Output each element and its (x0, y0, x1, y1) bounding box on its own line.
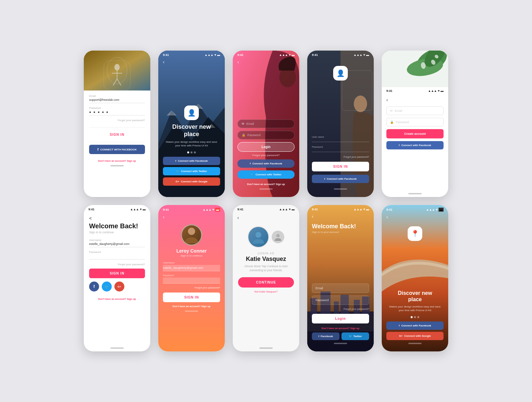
signal-icon: ▲▲▲ (279, 208, 288, 211)
welcome-title: Welcome Back! (312, 223, 369, 230)
facebook-button[interactable]: f (89, 282, 99, 292)
sign-in-button[interactable]: SIGN IN (163, 293, 220, 302)
signal-icon: ▲▲▲ (202, 208, 211, 211)
connect-twitter-button[interactable]: 🐦 Connect with Twitter (163, 167, 220, 175)
email-input[interactable]: ✉ Email (237, 119, 295, 128)
password-field[interactable] (89, 254, 145, 260)
signal-icon: ▲▲▲ (428, 89, 437, 93)
google-button[interactable]: G+ (114, 282, 124, 292)
back-button[interactable]: ‹ (163, 214, 220, 220)
lock-icon: 🔒 (390, 120, 394, 124)
forgot-password-link[interactable]: Forgot your password? (89, 263, 145, 266)
phone-7: 9:41 ▲▲▲ ▾ ▬ ‹ Leroy Conner Sign in to c… (158, 205, 225, 351)
status-time: 9:41 (237, 208, 243, 211)
connect-facebook-button[interactable]: f Connect with Facebook (386, 141, 444, 149)
username-input[interactable] (312, 139, 369, 142)
connect-facebook-button[interactable]: f CONNECT WITH FACEBOOK (89, 145, 145, 154)
svg-line-8 (117, 79, 121, 86)
back-button[interactable]: ‹ (386, 97, 444, 102)
username-label: User name (312, 135, 369, 138)
facebook-button[interactable]: f Facebook (312, 332, 339, 340)
connect-facebook-button[interactable]: f Connect with Facebook (386, 321, 444, 330)
sign-in-button[interactable]: SIGN IN (89, 269, 145, 278)
login-button[interactable]: Login (237, 142, 295, 152)
svg-rect-2 (104, 61, 130, 91)
divider (89, 142, 145, 142)
connect-google-button[interactable]: G+ Connect with Google (386, 332, 444, 340)
social-buttons: f Facebook 🐦 Twitter (312, 332, 369, 340)
dot-1 (411, 316, 413, 318)
user-name: Katie Vasquez (246, 256, 286, 263)
main-avatar (248, 226, 269, 248)
home-indicator-bar (110, 347, 124, 349)
wifi-icon: ▾ (212, 208, 214, 211)
password-dots: ● ● ● ● ● (89, 110, 145, 115)
connect-facebook-button[interactable]: f Connect with Facebook (237, 159, 295, 168)
username-label: Username (89, 239, 145, 242)
password-input[interactable]: 🔒 Password (237, 131, 295, 139)
facebook-icon: f (399, 144, 400, 147)
status-time: 9:41 (88, 208, 94, 211)
password-input[interactable]: 🔒 Password (386, 118, 444, 126)
twitter-button[interactable]: 🐦 Twitter (341, 332, 369, 340)
phone-6-form: < Welcome Back! Sign in to continue User… (84, 212, 150, 345)
forgot-password-link[interactable]: Forgot your password? (312, 307, 369, 310)
forgot-password-link[interactable]: Forgot your password? (237, 154, 295, 157)
forgot-password-link[interactable]: Forgot your password? (163, 286, 220, 289)
password-input[interactable] (312, 149, 369, 152)
phone-8-form: LOGIN AS Katie Vasquez Almost done! Tap … (233, 223, 299, 345)
connect-facebook-button[interactable]: f Connect with Facebook (312, 175, 369, 183)
username-input[interactable]: estelle_daugherty@gmail.com (163, 265, 220, 271)
continue-button[interactable]: CONTINUE (238, 277, 294, 288)
sign-in-button[interactable]: SIGN IN (312, 162, 369, 171)
phone-5-form: ‹ ✉ Email 🔒 Password Create account f Co… (382, 94, 448, 190)
password-input[interactable]: Password (312, 296, 369, 305)
discover-subtitle: Makes your design workflow easy and save… (386, 305, 444, 312)
forgot-password-link[interactable]: Forgot your password? (89, 119, 145, 122)
dot-2 (191, 151, 193, 153)
social-buttons: f Connect with Facebook 🐦 Connect with T… (163, 157, 220, 186)
status-time: 9:41 (386, 208, 392, 211)
home-indicator-bar (408, 193, 422, 194)
login-button[interactable]: Login (312, 314, 369, 323)
not-user-link[interactable]: Not Katie Vasquez? (254, 290, 278, 293)
signal-icon: ▲▲▲ (204, 53, 213, 57)
wifi-icon: ▾ (289, 208, 291, 211)
password-label: Password (89, 251, 145, 254)
connect-google-button[interactable]: G+ Connect with Google (163, 177, 220, 186)
forgot-password-link[interactable]: Forgot your password? (312, 155, 369, 158)
home-indicator-bar (259, 347, 273, 349)
home-indicator-bar (185, 310, 198, 312)
sign-in-button[interactable]: SIGN IN (89, 130, 145, 139)
dot-3 (194, 151, 196, 153)
username-label: Username (163, 261, 220, 264)
back-button[interactable]: ‹ (163, 59, 220, 65)
phone-1: Email support@freeslab.com Password ● ● … (84, 51, 150, 197)
battery-icon: ▬ (439, 208, 444, 212)
battery-icon: ▬ (143, 208, 146, 211)
back-button[interactable]: ‹ (237, 59, 295, 65)
status-time: 9:41 (312, 208, 318, 211)
back-button[interactable]: ‹ (386, 214, 444, 220)
email-input[interactable]: ✉ Email (386, 106, 444, 115)
password-input[interactable] (163, 278, 220, 284)
battery-icon: ▬ (292, 53, 295, 57)
connect-twitter-button[interactable]: 🐦 Connect with Twitter (237, 170, 295, 179)
connect-facebook-button[interactable]: f Connect with Facebook (163, 157, 220, 165)
signup-prompt: Don't have an account? Sign up (89, 159, 145, 162)
email-icon: ✉ (390, 109, 393, 112)
page-dots (386, 316, 444, 318)
facebook-icon: f (399, 324, 400, 327)
status-time: 9:41 (237, 53, 243, 57)
twitter-icon: 🐦 (176, 170, 179, 173)
phone-9: 9:41 ▲▲▲ ▾ ▬ ‹ Welcome Back! Sign in to … (307, 205, 374, 351)
create-account-button[interactable]: Create account (386, 129, 444, 138)
back-button[interactable]: < (89, 216, 145, 221)
back-button[interactable]: ‹ (312, 214, 369, 219)
email-input[interactable]: Email (312, 284, 369, 293)
back-button[interactable]: ‹ (237, 215, 295, 220)
login-as-label: LOGIN AS (258, 252, 274, 255)
phone-3: 9:41 ▲▲▲ ▾ ▬ ‹ ✉ Email 🔒 Password Login … (233, 51, 299, 197)
svg-point-4 (114, 64, 120, 71)
twitter-button[interactable]: 🐦 (102, 282, 112, 292)
